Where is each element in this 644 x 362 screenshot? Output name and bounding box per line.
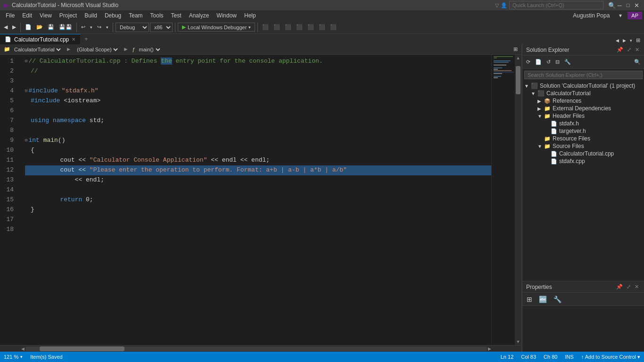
se-search-container[interactable] bbox=[522, 69, 644, 81]
tree-stdafx-h[interactable]: 📄 stdafx.h bbox=[522, 120, 644, 127]
platform-dropdown[interactable]: x86 x64 bbox=[150, 23, 173, 32]
user-dropdown-icon[interactable]: ▾ bbox=[615, 11, 626, 20]
hscroll-thumb[interactable] bbox=[40, 346, 124, 351]
prop-proppage-btn[interactable]: 🔧 bbox=[551, 294, 564, 304]
scroll-up-button[interactable]: ▲ bbox=[515, 55, 521, 61]
menu-window[interactable]: Window bbox=[213, 11, 240, 20]
tree-source-files[interactable]: ▼ 📁 Source Files bbox=[522, 142, 644, 150]
editor-content[interactable]: 1 2 3 4 5 6 7 8 9 10 11 12 13 14 15 16 1… bbox=[0, 55, 521, 345]
menu-debug[interactable]: Debug bbox=[101, 11, 125, 20]
code-line-2[interactable]: // bbox=[25, 66, 491, 76]
expand-editor-button[interactable]: ⊞ bbox=[512, 45, 520, 53]
toolbar-redo-btn[interactable]: ↪ bbox=[95, 23, 103, 31]
user-info[interactable]: Augustin Popa ▾ AP bbox=[569, 11, 642, 20]
toolbar-extra2[interactable]: ⬛ bbox=[272, 23, 282, 31]
menu-help[interactable]: Help bbox=[240, 11, 260, 20]
code-line-16[interactable]: } bbox=[25, 205, 491, 215]
close-button[interactable]: ✕ bbox=[633, 2, 640, 8]
prop-alphabetical-btn[interactable]: 🔤 bbox=[537, 294, 549, 304]
code-line-14[interactable] bbox=[25, 185, 491, 195]
nav-project-dropdown[interactable]: CalculatorTutorial bbox=[12, 46, 62, 53]
window-controls[interactable]: ─ □ ✕ bbox=[616, 2, 640, 8]
code-line-5[interactable]: #include <iostream> bbox=[25, 96, 491, 106]
tree-targetver-h[interactable]: 📄 targetver.h bbox=[522, 127, 644, 135]
toolbar-extra6[interactable]: ⬛ bbox=[317, 23, 327, 31]
hscroll-left-button[interactable]: ◀ bbox=[21, 346, 25, 351]
scroll-down-button[interactable]: ▼ bbox=[515, 338, 521, 345]
menu-tools[interactable]: Tools bbox=[147, 11, 167, 20]
se-search-btn[interactable]: 🔍 bbox=[632, 58, 643, 66]
status-source-control[interactable]: ↑ Add to Source Control ▾ bbox=[581, 354, 640, 360]
minimize-button[interactable]: ─ bbox=[616, 2, 623, 8]
toolbar-extra7[interactable]: ⬛ bbox=[328, 23, 339, 31]
code-line-12[interactable]: cout << "Please enter the operation to p… bbox=[25, 165, 491, 175]
horizontal-scrollbar[interactable]: ◀ ▶ bbox=[0, 345, 521, 352]
tree-stdafx-cpp[interactable]: 📄 stdafx.cpp bbox=[522, 157, 644, 165]
menu-edit[interactable]: Edit bbox=[18, 11, 36, 20]
new-window-button[interactable]: ⊞ bbox=[634, 36, 642, 44]
prop-pin-button[interactable]: 📌 bbox=[615, 283, 624, 290]
prop-float-button[interactable]: ⤢ bbox=[625, 283, 632, 290]
toolbar-extra3[interactable]: ⬛ bbox=[283, 23, 293, 31]
code-line-6[interactable] bbox=[25, 106, 491, 116]
menu-analyze[interactable]: Analyze bbox=[185, 11, 213, 20]
menu-project[interactable]: Project bbox=[56, 11, 81, 20]
tab-scroll-left[interactable]: ◀ bbox=[614, 37, 621, 44]
se-search-input[interactable] bbox=[524, 71, 643, 79]
toolbar-saveall-btn[interactable]: 💾💾 bbox=[57, 23, 74, 31]
toolbar-undo-drop-btn[interactable]: ▾ bbox=[88, 24, 94, 31]
code-line-17[interactable] bbox=[25, 215, 491, 225]
se-collapse-btn[interactable]: ⊟ bbox=[553, 58, 561, 66]
menu-team[interactable]: Team bbox=[125, 11, 146, 20]
toolbar-extra5[interactable]: ⬛ bbox=[305, 23, 316, 31]
debug-drop-icon[interactable]: ▾ bbox=[248, 25, 251, 30]
status-zoom-area[interactable]: 121 % ▾ bbox=[4, 354, 23, 360]
tree-calc-cpp[interactable]: 📄 CalculatorTutorial.cpp bbox=[522, 150, 644, 157]
tab-close-button[interactable]: ✕ bbox=[72, 37, 75, 42]
code-line-10[interactable]: { bbox=[25, 146, 491, 156]
debug-config-dropdown[interactable]: Debug Release bbox=[116, 23, 149, 32]
code-line-18[interactable] bbox=[25, 225, 491, 235]
code-editor[interactable]: ⊟ // CalculatorTutorial.cpp : Defines th… bbox=[21, 55, 491, 345]
se-close-button[interactable]: ✕ bbox=[634, 46, 641, 53]
nav-project[interactable]: 📁 CalculatorTutorial bbox=[0, 45, 66, 54]
code-line-9[interactable]: ⊟ int main () bbox=[25, 136, 491, 146]
toolbar-extra1[interactable]: ⬛ bbox=[260, 23, 271, 31]
quick-launch-area[interactable]: ▽ 👤 🔍 bbox=[495, 1, 616, 9]
fold-1[interactable]: ⊟ bbox=[25, 58, 27, 65]
nav-symbol-dropdown[interactable]: main() bbox=[137, 46, 162, 53]
nav-scope-dropdown[interactable]: (Global Scope) bbox=[75, 46, 119, 53]
tab-add-button[interactable]: + bbox=[81, 35, 91, 44]
toolbar-back-btn[interactable]: ◀ bbox=[2, 23, 9, 31]
tab-scroll-right[interactable]: ▶ bbox=[621, 37, 628, 44]
se-sync-btn[interactable]: ⟳ bbox=[524, 58, 532, 66]
nav-symbol[interactable]: ƒ main() bbox=[128, 45, 165, 54]
menu-view[interactable]: View bbox=[36, 11, 56, 20]
menu-build[interactable]: Build bbox=[81, 11, 101, 20]
tab-list-button[interactable]: ▾ bbox=[628, 37, 634, 44]
editor-tab-active[interactable]: 📄 CalculatorTutorial.cpp ✕ bbox=[0, 34, 81, 44]
tree-solution[interactable]: ▼ ⬛ Solution 'CalculatorTutorial' (1 pro… bbox=[522, 82, 644, 90]
tree-project[interactable]: ▼ ⬛ CalculatorTutorial bbox=[522, 90, 644, 97]
tree-header-files[interactable]: ▼ 📁 Header Files bbox=[522, 112, 644, 120]
maximize-button[interactable]: □ bbox=[624, 2, 632, 8]
prop-categorized-btn[interactable]: ⊞ bbox=[524, 294, 535, 304]
se-pin-button[interactable]: 📌 bbox=[615, 46, 625, 53]
quick-launch-input[interactable] bbox=[509, 1, 603, 9]
prop-close-button[interactable]: ✕ bbox=[633, 283, 640, 290]
code-line-1[interactable]: ⊟ // CalculatorTutorial.cpp : Defines th… bbox=[25, 57, 491, 66]
tree-resource-files[interactable]: 📁 Resource Files bbox=[522, 135, 644, 142]
se-show-files-btn[interactable]: 📄 bbox=[533, 58, 544, 66]
scroll-thumb[interactable] bbox=[516, 66, 520, 94]
code-line-3[interactable] bbox=[25, 76, 491, 86]
menu-file[interactable]: File bbox=[2, 11, 18, 20]
toolbar-save-btn[interactable]: 💾 bbox=[46, 23, 56, 31]
code-line-11[interactable]: cout << "Calculator Console Application"… bbox=[25, 156, 491, 165]
toolbar-forward-btn[interactable]: ▶ bbox=[10, 23, 18, 31]
code-line-13[interactable]: << endl; bbox=[25, 175, 491, 185]
menu-test[interactable]: Test bbox=[167, 11, 185, 20]
code-line-8[interactable] bbox=[25, 126, 491, 136]
code-line-4[interactable]: ⊟ #include "stdafx.h" bbox=[25, 86, 491, 96]
se-refresh-btn[interactable]: ↺ bbox=[545, 58, 553, 66]
fold-9[interactable]: ⊟ bbox=[25, 138, 27, 144]
